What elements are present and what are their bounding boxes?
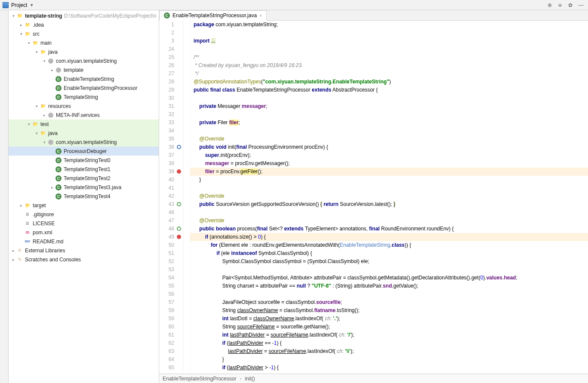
code-line[interactable]: String charset = attributePair == null ?… — [190, 282, 588, 290]
code-line[interactable]: filer = procEnv.getFiler(); — [190, 168, 588, 176]
chevron-right-icon[interactable]: ▸ — [10, 248, 16, 253]
code-line[interactable]: for (Element ele : roundEnv.getElementsA… — [190, 241, 588, 249]
tree-root[interactable]: ▾📁template-stringD:\SoftwareForCode\MyEc… — [9, 11, 159, 20]
code-line[interactable]: @Override — [190, 135, 588, 143]
code-line[interactable]: if (annotations.size() > 0) { — [190, 233, 588, 241]
chevron-down-icon[interactable]: ▾ — [26, 41, 32, 45]
code-line[interactable]: public SourceVersion getSupportedSourceV… — [190, 200, 588, 208]
code-line[interactable]: /** — [190, 53, 588, 61]
code-line[interactable]: if (lastPathDivider == -1) { — [190, 339, 588, 347]
code-line[interactable]: } — [190, 355, 588, 364]
tree-item[interactable]: ·CTemplateStringTest1 — [9, 165, 159, 174]
chevron-right-icon[interactable]: ▸ — [41, 113, 47, 117]
code-line[interactable]: public final class EnableTemplateStringP… — [190, 86, 588, 94]
gear-icon[interactable]: ✿ — [568, 2, 573, 8]
code-line[interactable] — [190, 184, 588, 192]
chevron-right-icon[interactable]: ▸ — [18, 203, 24, 208]
chevron-down-icon[interactable]: ▼ — [30, 3, 34, 7]
code-line[interactable]: @Override — [190, 192, 588, 200]
chevron-down-icon[interactable]: ▾ — [34, 131, 40, 135]
code-line[interactable] — [190, 29, 588, 37]
breadcrumb-class[interactable]: EnableTemplateStringProcessor — [163, 376, 236, 382]
code-area[interactable]: package com.xiyuan.templateString;import… — [190, 21, 588, 374]
tree-item[interactable]: ·CEnableTemplateString — [9, 74, 159, 83]
tree-item[interactable]: ·mpom.xml — [9, 228, 159, 237]
code-line[interactable]: messager = procEnv.getMessager(); — [190, 159, 588, 168]
tree-item[interactable]: ▸⎘External Libraries — [9, 246, 159, 255]
code-line[interactable] — [190, 127, 588, 135]
locate-icon[interactable]: ⊕ — [548, 2, 552, 8]
chevron-down-icon[interactable]: ▾ — [41, 59, 47, 63]
tree-item[interactable]: ▾📁resources — [9, 101, 159, 110]
tree-item[interactable]: ▸📁.idea — [9, 20, 159, 29]
code-line[interactable]: @Override — [190, 217, 588, 225]
code-line[interactable]: @SupportedAnnotationTypes("com.xiyuan.te… — [190, 78, 588, 86]
chevron-down-icon[interactable]: ▾ — [26, 122, 32, 126]
chevron-down-icon[interactable]: ▾ — [34, 50, 40, 54]
code-line[interactable] — [190, 266, 588, 274]
tree-item[interactable]: ·CTemplateString — [9, 92, 159, 101]
tree-item[interactable]: ▾com.xiyuan.templateString — [9, 56, 159, 65]
chevron-down-icon[interactable]: ▾ — [10, 14, 16, 18]
code-line[interactable]: Symbol.ClassSymbol classSymbol = (Symbol… — [190, 257, 588, 266]
code-line[interactable]: JavaFileObject sourcefile = classSymbol.… — [190, 298, 588, 306]
code-line[interactable]: private Messager messager; — [190, 102, 588, 110]
chevron-right-icon[interactable]: ▸ — [49, 68, 55, 72]
tree-item[interactable]: ▾📁main — [9, 38, 159, 47]
code-line[interactable]: if (lastPathDivider > -1) { — [190, 364, 588, 372]
chevron-right-icon[interactable]: ▸ — [49, 185, 55, 190]
project-label[interactable]: Project — [11, 2, 27, 8]
code-line[interactable] — [190, 208, 588, 217]
code-line[interactable]: public boolean process(final Set<? exten… — [190, 225, 588, 233]
code-line[interactable]: String sourceFileName = sourcefile.getNa… — [190, 323, 588, 331]
code-line[interactable]: Pair<Symbol.MethodSymbol, Attribute> att… — [190, 274, 588, 282]
code-line[interactable]: super.init(procEnv); — [190, 151, 588, 159]
tree-item[interactable]: ·CEnableTemplateStringProcessor — [9, 83, 159, 92]
tree-item[interactable]: ▾📁src — [9, 29, 159, 38]
code-line[interactable]: if (ele instanceof Symbol.ClassSymbol) { — [190, 249, 588, 257]
tree-item[interactable]: ▸✎Scratches and Consoles — [9, 255, 159, 264]
line-gutter[interactable]: 1232425262728293031323334353637383940414… — [159, 21, 183, 374]
code-line[interactable]: int lastPathDivider = sourceFileName.las… — [190, 331, 588, 339]
chevron-down-icon[interactable]: ▾ — [34, 104, 40, 108]
tree-item[interactable]: ▾📁java — [9, 129, 159, 138]
tree-item[interactable]: ·CTemplateStringTest2 — [9, 174, 159, 183]
tree-item[interactable]: ▸template — [9, 65, 159, 74]
code-line[interactable]: lastPathDivider = sourceFileName.lastInd… — [190, 347, 588, 355]
code-line[interactable] — [190, 110, 588, 119]
code-line[interactable]: String classOwnerName = classSymbol.flat… — [190, 306, 588, 315]
code-line[interactable]: int lastDotI = classOwnerName.lastIndexO… — [190, 315, 588, 323]
tree-item[interactable]: ·CTemplateStringTest0 — [9, 156, 159, 165]
code-line[interactable]: import ... — [190, 37, 588, 45]
code-line[interactable] — [190, 94, 588, 102]
code-line[interactable] — [190, 290, 588, 298]
tree-item[interactable]: ·CTemplateStringTest4 — [9, 192, 159, 201]
breakpoint-icon[interactable] — [177, 235, 181, 239]
breadcrumb-method[interactable]: init() — [245, 376, 255, 382]
collapse-icon[interactable]: ≑ — [558, 2, 562, 8]
project-tree[interactable]: ▾📁template-stringD:\SoftwareForCode\MyEc… — [9, 10, 159, 383]
code-line[interactable]: package com.xiyuan.templateString; — [190, 21, 588, 29]
tree-item[interactable]: ·🗎LICENSE — [9, 219, 159, 228]
tree-item[interactable]: ▾📁test — [9, 119, 159, 129]
tree-item[interactable]: ▸📁target — [9, 201, 159, 210]
breakpoint-icon[interactable] — [177, 169, 181, 174]
override-icon[interactable] — [177, 202, 181, 206]
tree-item[interactable]: ·CProcessorDebuger — [9, 147, 159, 156]
chevron-right-icon[interactable]: ▸ — [18, 23, 24, 27]
tree-item[interactable]: ·🗎.gitignore — [9, 210, 159, 219]
tree-item[interactable]: ▸CTemplateStringTest3.java — [9, 183, 159, 192]
code-line[interactable]: */ — [190, 70, 588, 78]
editor-tab[interactable]: C EnableTemplateStringProcessor.java × — [159, 10, 267, 21]
code-line[interactable] — [190, 45, 588, 53]
code-line[interactable]: public void init(final ProcessingEnviron… — [190, 143, 588, 151]
fold-column[interactable] — [183, 21, 190, 374]
chevron-down-icon[interactable]: ▾ — [41, 140, 47, 144]
close-icon[interactable]: × — [259, 13, 262, 18]
tree-item[interactable]: ▾com.xiyuan.templateString — [9, 138, 159, 147]
code-line[interactable]: private Filer filer; — [190, 119, 588, 127]
tree-item[interactable]: ▸META-INF.services — [9, 110, 159, 119]
code-line[interactable]: * Created by xiyuan_fengyu on 2019/4/9 1… — [190, 61, 588, 70]
chevron-down-icon[interactable]: ▾ — [18, 32, 24, 36]
code-line[interactable]: } — [190, 176, 588, 184]
